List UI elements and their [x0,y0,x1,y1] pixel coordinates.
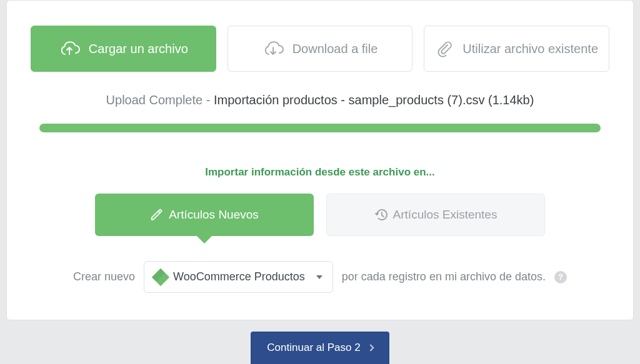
upload-progress-bar [39,124,601,132]
continue-button-label: Continuar al Paso 2 [267,342,360,354]
import-mode-toggles: Artículos Nuevos Artículos Existentes [31,194,609,236]
tab-download-file[interactable]: Download a file [228,26,413,72]
upload-status-sep1: - [202,93,214,107]
tab-download-label: Download a file [292,42,378,56]
post-type-select[interactable]: WooCommerce Productos [144,261,333,293]
toggle-existing-items[interactable]: Artículos Existentes [326,194,545,236]
upload-status-prefix: Upload Complete [106,93,203,107]
tab-existing-file[interactable]: Utilizar archivo existente [424,26,609,72]
upload-filesize: (1.14kb) [488,93,534,107]
tab-upload-label: Cargar un archivo [89,42,188,56]
create-prefix: Crear nuevo [73,270,135,283]
help-icon[interactable]: ? [554,271,567,283]
attachment-icon [435,39,454,58]
toggle-existing-items-label: Artículos Existentes [393,208,498,222]
upload-status-line: Upload Complete - Importación productos … [31,93,609,107]
tab-upload-file[interactable]: Cargar un archivo [31,26,216,72]
create-new-line: Crear nuevo WooCommerce Productos por ca… [31,261,609,293]
history-icon [374,208,388,222]
import-wizard-panel: Cargar un archivo Download a file Utiliz… [6,0,634,320]
cloud-download-icon [262,41,284,57]
woocommerce-icon [152,268,169,285]
toggle-new-items-label: Artículos Nuevos [169,208,259,222]
source-tabs: Cargar un archivo Download a file Utiliz… [31,26,609,72]
import-hint-text: Importar información desde este archivo … [31,166,609,179]
pencil-icon [150,208,164,222]
chevron-right-icon [367,344,374,351]
upload-filename: Importación productos - sample_products … [214,93,485,107]
cloud-upload-icon [59,41,80,57]
create-suffix: por cada registro en mi archivo de datos… [342,270,546,283]
chevron-down-icon [316,275,322,279]
wizard-footer: Continuar al Paso 2 [0,320,640,364]
tab-existing-label: Utilizar archivo existente [462,42,598,56]
post-type-select-value: WooCommerce Productos [173,270,305,283]
continue-button[interactable]: Continuar al Paso 2 [251,332,389,364]
toggle-new-items[interactable]: Artículos Nuevos [95,194,314,236]
